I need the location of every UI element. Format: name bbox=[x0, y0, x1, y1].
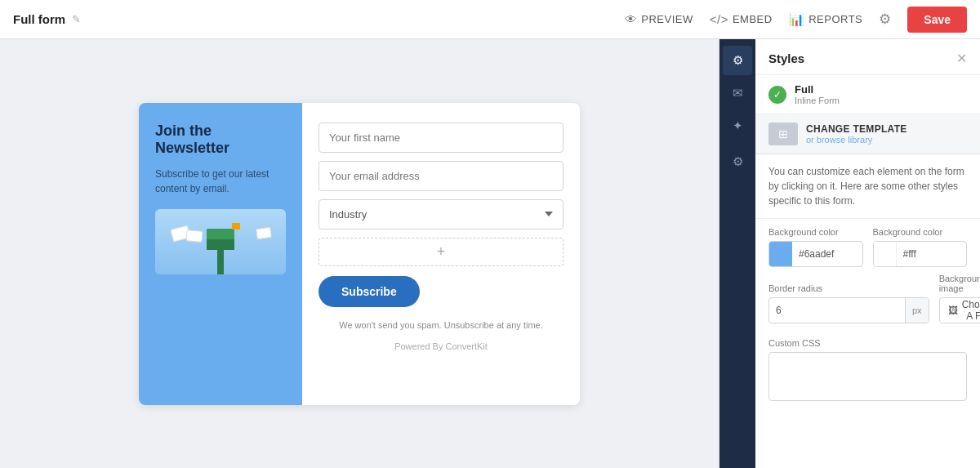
template-option[interactable]: ✓ Full Inline Form bbox=[755, 75, 980, 114]
mailbox-scene bbox=[155, 209, 286, 274]
page-title: Full form bbox=[13, 12, 65, 26]
mailbox-box bbox=[207, 229, 234, 250]
border-radius-label: Border radius bbox=[768, 283, 929, 293]
styles-panel-title: Styles bbox=[768, 51, 804, 65]
custom-css-input[interactable] bbox=[768, 352, 967, 401]
bg-color-left-swatch[interactable] bbox=[769, 242, 792, 266]
add-field-button[interactable]: + bbox=[318, 238, 564, 266]
first-name-input[interactable] bbox=[318, 123, 564, 153]
topbar-right: 👁 PREVIEW </> EMBED 📊 REPORTS ⚙ Save bbox=[625, 7, 967, 33]
styles-sidebar: ⚙ ✉ ✦ ⚙ Styles ✕ ✓ Full Inline Form ⊞ bbox=[719, 39, 980, 468]
border-radius-unit: px bbox=[905, 298, 929, 323]
bg-color-right-input[interactable] bbox=[897, 248, 967, 260]
background-image-group: Background image 🖼 Choose A File bbox=[939, 274, 980, 323]
icon-rail: ⚙ ✉ ✦ ⚙ bbox=[719, 39, 755, 468]
form-right-panel: Industry + Subscribe We won't send you s… bbox=[302, 103, 580, 405]
topbar: Full form ✎ 👁 PREVIEW </> EMBED 📊 REPORT… bbox=[0, 0, 980, 39]
bg-color-right-swatch-row[interactable] bbox=[873, 241, 968, 267]
rail-settings-icon[interactable]: ⚙ bbox=[723, 46, 752, 75]
email-input[interactable] bbox=[318, 161, 564, 191]
edit-icon[interactable]: ✎ bbox=[72, 13, 81, 25]
bg-color-right-swatch[interactable] bbox=[874, 242, 897, 266]
form-card: Join the Newsletter Subscribe to get our… bbox=[139, 103, 580, 405]
bg-color-left-group: Background color bbox=[768, 227, 863, 267]
styles-description: You can customize each element on the fo… bbox=[755, 154, 980, 219]
template-name: Full bbox=[795, 83, 967, 96]
form-description: Subscribe to get our latest content by e… bbox=[155, 167, 286, 196]
custom-css-label: Custom CSS bbox=[768, 338, 967, 348]
template-grid-icon: ⊞ bbox=[768, 123, 798, 145]
canvas-area: Join the Newsletter Subscribe to get our… bbox=[0, 39, 719, 468]
change-template-text: CHANGE TEMPLATE or browse library bbox=[806, 123, 907, 145]
embed-action[interactable]: </> EMBED bbox=[710, 12, 773, 26]
bg-color-right-group: Background color bbox=[873, 227, 968, 267]
mailbox-flag bbox=[232, 223, 240, 230]
powered-by: Powered By ConvertKit bbox=[318, 341, 564, 351]
rail-email-icon[interactable]: ✉ bbox=[723, 78, 752, 108]
rail-magic-icon[interactable]: ✦ bbox=[723, 111, 752, 140]
industry-select[interactable]: Industry bbox=[318, 199, 564, 230]
template-sub: Inline Form bbox=[795, 96, 967, 105]
bg-color-left-input[interactable] bbox=[792, 248, 862, 260]
topbar-left: Full form ✎ bbox=[13, 12, 81, 26]
template-check-icon: ✓ bbox=[768, 86, 786, 104]
form-left-panel: Join the Newsletter Subscribe to get our… bbox=[139, 103, 302, 405]
form-disclaimer: We won't send you spam. Unsubscribe at a… bbox=[318, 319, 564, 332]
template-info: Full Inline Form bbox=[795, 83, 967, 105]
bg-color-right-label: Background color bbox=[873, 227, 968, 237]
border-radius-input[interactable] bbox=[769, 305, 905, 316]
choose-file-label: Choose A File bbox=[962, 299, 980, 322]
save-button[interactable]: Save bbox=[907, 7, 967, 33]
change-template-sub: or browse library bbox=[806, 135, 907, 145]
form-title: Join the Newsletter bbox=[155, 123, 286, 157]
preview-action[interactable]: 👁 PREVIEW bbox=[625, 12, 693, 26]
form-illustration bbox=[155, 209, 286, 274]
envelope-3 bbox=[256, 226, 272, 238]
image-icon: 🖼 bbox=[948, 305, 958, 316]
subscribe-button[interactable]: Subscribe bbox=[318, 276, 420, 307]
background-image-label: Background image bbox=[939, 274, 980, 293]
br-img-row: Border radius px Background image 🖼 Choo… bbox=[755, 270, 980, 332]
code-icon: </> bbox=[710, 12, 728, 26]
styles-header: Styles ✕ bbox=[755, 39, 980, 75]
border-radius-group: Border radius px bbox=[768, 283, 929, 323]
bg-color-left-label: Background color bbox=[768, 227, 863, 237]
bar-chart-icon: 📊 bbox=[789, 12, 805, 27]
styles-panel: Styles ✕ ✓ Full Inline Form ⊞ CHANGE TEM… bbox=[755, 39, 980, 468]
change-template-title: CHANGE TEMPLATE bbox=[806, 123, 907, 135]
rail-gear-icon[interactable]: ⚙ bbox=[723, 147, 752, 176]
choose-file-button[interactable]: 🖼 Choose A File bbox=[939, 297, 980, 323]
border-radius-input-row[interactable]: px bbox=[768, 297, 929, 323]
settings-icon[interactable]: ⚙ bbox=[879, 11, 891, 28]
eye-icon: 👁 bbox=[625, 12, 638, 26]
bg-color-left-swatch-row[interactable] bbox=[768, 241, 863, 267]
color-row: Background color Background color bbox=[755, 219, 980, 270]
reports-action[interactable]: 📊 REPORTS bbox=[789, 12, 863, 27]
close-icon[interactable]: ✕ bbox=[956, 51, 967, 66]
change-template-button[interactable]: ⊞ CHANGE TEMPLATE or browse library bbox=[755, 114, 980, 154]
envelope-2 bbox=[185, 230, 203, 243]
main-area: Join the Newsletter Subscribe to get our… bbox=[0, 39, 980, 468]
custom-css-section: Custom CSS bbox=[755, 332, 980, 414]
